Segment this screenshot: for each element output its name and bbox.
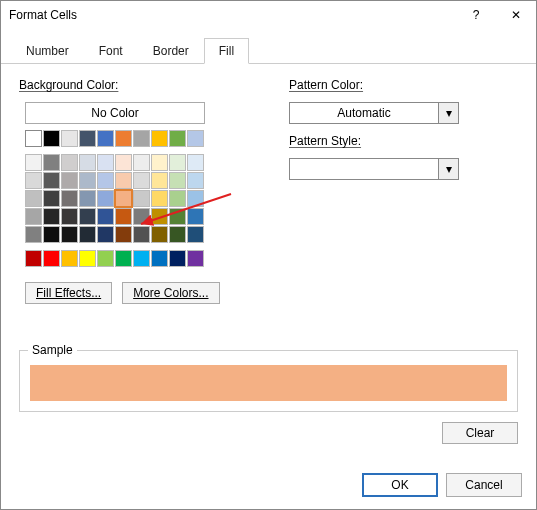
color-swatch[interactable] [151,250,168,267]
color-swatch[interactable] [43,172,60,189]
tab-fill[interactable]: Fill [204,38,249,64]
window-title: Format Cells [9,8,456,22]
color-swatch[interactable] [133,130,150,147]
color-swatch[interactable] [79,226,96,243]
color-swatch[interactable] [25,190,42,207]
color-swatch[interactable] [169,208,186,225]
color-swatch[interactable] [79,250,96,267]
color-swatch[interactable] [115,208,132,225]
color-swatch[interactable] [133,154,150,171]
pattern-color-label: Pattern Color: [289,78,363,92]
color-swatch[interactable] [61,208,78,225]
color-swatch[interactable] [133,190,150,207]
color-swatch[interactable] [79,130,96,147]
color-swatch[interactable] [187,154,204,171]
color-swatch[interactable] [79,172,96,189]
color-swatch[interactable] [169,226,186,243]
color-swatch[interactable] [169,190,186,207]
tab-border[interactable]: Border [138,38,204,64]
pattern-style-label: Pattern Style: [289,134,361,148]
color-swatch[interactable] [187,208,204,225]
color-swatch[interactable] [133,208,150,225]
color-swatch[interactable] [115,250,132,267]
background-color-label: Background Color: [19,78,118,92]
tab-font[interactable]: Font [84,38,138,64]
color-swatch[interactable] [115,172,132,189]
color-swatch[interactable] [133,250,150,267]
color-swatch[interactable] [169,130,186,147]
color-swatch[interactable] [97,154,114,171]
color-swatch[interactable] [25,130,42,147]
color-swatch[interactable] [61,154,78,171]
sample-preview [30,365,507,401]
color-swatch[interactable] [43,190,60,207]
fill-effects-button[interactable]: Fill Effects... [25,282,112,304]
color-swatch[interactable] [187,172,204,189]
help-icon: ? [473,8,480,22]
clear-button[interactable]: Clear [442,422,518,444]
more-colors-button[interactable]: More Colors... [122,282,219,304]
pattern-color-combo[interactable]: Automatic ▾ [289,102,459,124]
dialog-body: Background Color: No Color Fill Effects.… [1,64,536,463]
color-swatch[interactable] [151,190,168,207]
help-button[interactable]: ? [456,1,496,29]
close-icon: ✕ [511,8,521,22]
color-swatch[interactable] [79,208,96,225]
color-swatch[interactable] [79,190,96,207]
color-swatch[interactable] [133,226,150,243]
color-swatch[interactable] [115,226,132,243]
color-swatch[interactable] [97,190,114,207]
color-swatch[interactable] [61,250,78,267]
color-swatch[interactable] [97,226,114,243]
color-swatch[interactable] [79,154,96,171]
cancel-button[interactable]: Cancel [446,473,522,497]
theme-tints-grid [25,154,259,244]
chevron-down-icon: ▾ [438,159,458,179]
color-swatch[interactable] [151,226,168,243]
sample-section: Sample Clear [19,344,518,444]
color-swatch[interactable] [25,154,42,171]
color-swatch[interactable] [25,226,42,243]
color-swatch[interactable] [169,154,186,171]
color-swatch[interactable] [133,172,150,189]
color-swatch[interactable] [97,250,114,267]
color-swatch[interactable] [151,208,168,225]
no-color-button[interactable]: No Color [25,102,205,124]
color-swatch[interactable] [151,130,168,147]
ok-button[interactable]: OK [362,473,438,497]
dialog-footer: OK Cancel [1,463,536,509]
color-swatch[interactable] [115,190,132,207]
color-swatch[interactable] [43,250,60,267]
color-swatch[interactable] [187,226,204,243]
color-swatch[interactable] [25,208,42,225]
color-swatch[interactable] [25,172,42,189]
color-swatch[interactable] [187,190,204,207]
pattern-style-combo[interactable]: ▾ [289,158,459,180]
tab-number[interactable]: Number [11,38,84,64]
color-swatch[interactable] [97,208,114,225]
pattern-color-value: Automatic [290,106,438,120]
color-swatch[interactable] [187,130,204,147]
color-swatch[interactable] [115,130,132,147]
color-swatch[interactable] [151,154,168,171]
color-swatch[interactable] [61,226,78,243]
color-swatch[interactable] [61,130,78,147]
format-cells-dialog: Format Cells ? ✕ Number Font Border Fill… [0,0,537,510]
color-swatch[interactable] [43,130,60,147]
color-swatch[interactable] [61,172,78,189]
color-swatch[interactable] [97,172,114,189]
color-swatch[interactable] [97,130,114,147]
color-swatch[interactable] [187,250,204,267]
chevron-down-icon: ▾ [438,103,458,123]
color-swatch[interactable] [43,208,60,225]
color-swatch[interactable] [169,172,186,189]
color-swatch[interactable] [43,154,60,171]
color-swatch[interactable] [151,172,168,189]
close-button[interactable]: ✕ [496,1,536,29]
color-swatch[interactable] [61,190,78,207]
color-swatch[interactable] [169,250,186,267]
color-swatch[interactable] [25,250,42,267]
color-swatch[interactable] [43,226,60,243]
color-swatch[interactable] [115,154,132,171]
sample-label: Sample [28,343,77,357]
